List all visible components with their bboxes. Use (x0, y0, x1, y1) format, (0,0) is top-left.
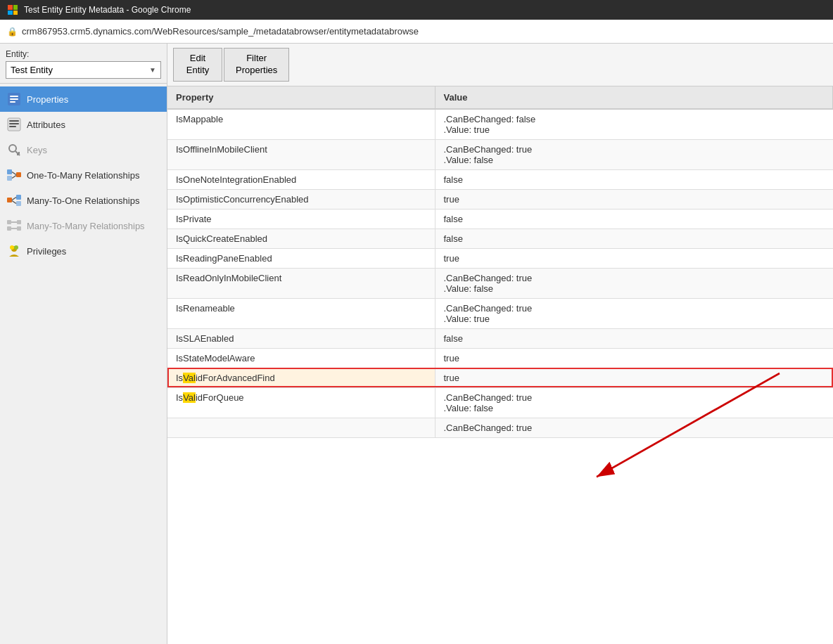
property-cell: IsOptimisticConcurrencyEnabled (167, 189, 435, 209)
toolbar: EditEntity FilterProperties (167, 44, 833, 86)
svg-line-20 (12, 198, 16, 200)
property-cell: IsPrivate (167, 209, 435, 228)
svg-rect-13 (7, 176, 12, 181)
nav-menu: Properties Attributes (0, 84, 167, 266)
svg-rect-7 (9, 126, 16, 127)
content-area: EditEntity FilterProperties Property Val… (167, 44, 833, 644)
title-bar: Test Entity Entity Metadata - Google Chr… (0, 0, 833, 20)
properties-label: Properties (27, 94, 68, 105)
svg-rect-17 (7, 198, 12, 202)
many-to-many-icon (7, 219, 21, 233)
dropdown-arrow: ▼ (149, 66, 156, 74)
svg-rect-2 (10, 98, 18, 100)
table-row: IsQuickCreateEnabledfalse (167, 228, 833, 248)
browser-title: Test Entity Entity Metadata - Google Chr… (24, 5, 191, 15)
table-row: IsOneNoteIntegrationEnabledfalse (167, 169, 833, 189)
one-to-many-icon (7, 168, 21, 182)
property-cell: IsValidForAdvancedFind (167, 368, 435, 387)
properties-icon (7, 92, 21, 106)
svg-rect-6 (9, 123, 19, 124)
svg-rect-18 (16, 195, 21, 200)
svg-point-29 (10, 245, 14, 250)
svg-rect-23 (7, 226, 11, 231)
edit-entity-button[interactable]: EditEntity (173, 48, 222, 82)
sidebar-item-privileges[interactable]: Privileges (0, 238, 167, 264)
entity-selector: Entity: Test Entity ▼ (0, 44, 167, 84)
value-cell: false (435, 169, 833, 189)
table-container: Property Value IsMappable.CanBeChanged: … (167, 86, 833, 644)
sidebar-item-attributes[interactable]: Attributes (0, 112, 167, 137)
value-cell: .CanBeChanged: true.Value: true (435, 298, 833, 328)
property-cell: IsStateModelAware (167, 348, 435, 368)
table-row: IsStateModelAwaretrue (167, 348, 833, 368)
col-value: Value (435, 86, 833, 109)
table-wrapper: Property Value IsMappable.CanBeChanged: … (167, 86, 833, 644)
filter-properties-button[interactable]: FilterProperties (224, 48, 289, 82)
property-cell: IsQuickCreateEnabled (167, 228, 435, 248)
sidebar-item-many-to-one[interactable]: Many-To-One Relationships (0, 188, 167, 213)
property-cell: IsSLAEnabled (167, 328, 435, 348)
one-to-many-label: One-To-Many Relationships (27, 170, 139, 181)
windows-icon (7, 4, 18, 15)
svg-rect-1 (10, 96, 18, 97)
table-row: IsValidForQueue.CanBeChanged: true.Value… (167, 387, 833, 418)
entity-label: Entity: (6, 49, 161, 59)
value-cell: false (435, 328, 833, 348)
properties-table: Property Value IsMappable.CanBeChanged: … (167, 86, 833, 438)
svg-point-30 (14, 245, 18, 250)
property-cell: IsMappable (167, 109, 435, 140)
sidebar-item-properties[interactable]: Properties (0, 86, 167, 112)
table-row: IsMappable.CanBeChanged: false.Value: tr… (167, 109, 833, 140)
many-to-one-icon (7, 193, 21, 207)
many-to-many-label: Many-To-Many Relationships (27, 221, 145, 231)
keys-icon (7, 143, 21, 157)
table-header-row: Property Value (167, 86, 833, 109)
svg-line-16 (12, 176, 16, 179)
value-cell: true (435, 189, 833, 209)
col-property: Property (167, 86, 435, 109)
attributes-icon (7, 117, 21, 131)
svg-line-15 (12, 172, 16, 175)
entity-dropdown[interactable]: Test Entity ▼ (6, 61, 161, 79)
property-cell: IsValidForQueue (167, 387, 435, 418)
table-row: IsOfflineInMobileClient.CanBeChanged: tr… (167, 139, 833, 169)
sidebar-item-one-to-many[interactable]: One-To-Many Relationships (0, 162, 167, 188)
property-cell: IsOneNoteIntegrationEnabled (167, 169, 435, 189)
address-text[interactable]: crm867953.crm5.dynamics.com/WebResources… (22, 26, 419, 37)
value-cell: false (435, 228, 833, 248)
value-cell: .CanBeChanged: true.Value: false (435, 268, 833, 298)
value-cell: .CanBeChanged: false.Value: true (435, 109, 833, 140)
svg-line-21 (12, 201, 16, 204)
svg-point-8 (9, 145, 16, 152)
lock-icon: 🔒 (7, 27, 18, 37)
address-bar: 🔒 crm867953.crm5.dynamics.com/WebResourc… (0, 20, 833, 44)
svg-rect-24 (17, 220, 21, 224)
value-cell: .CanBeChanged: true.Value: false (435, 387, 833, 418)
table-row: IsReadingPaneEnabledtrue (167, 248, 833, 268)
value-cell: .CanBeChanged: true (435, 418, 833, 437)
value-cell: true (435, 348, 833, 368)
svg-rect-14 (16, 172, 21, 177)
sidebar-item-keys: Keys (0, 137, 167, 162)
value-cell: true (435, 248, 833, 268)
value-cell: .CanBeChanged: true.Value: false (435, 139, 833, 169)
main-layout: Entity: Test Entity ▼ Properties (0, 44, 833, 644)
table-row: IsRenameable.CanBeChanged: true.Value: t… (167, 298, 833, 328)
svg-rect-22 (7, 220, 11, 224)
table-row: IsReadOnlyInMobileClient.CanBeChanged: t… (167, 268, 833, 298)
property-cell: IsRenameable (167, 298, 435, 328)
svg-rect-25 (17, 226, 21, 231)
attributes-label: Attributes (27, 120, 65, 130)
table-row: IsValidForAdvancedFindtrue (167, 368, 833, 387)
svg-rect-5 (9, 120, 19, 122)
sidebar-item-many-to-many: Many-To-Many Relationships (0, 213, 167, 238)
value-cell: true (435, 368, 833, 387)
keys-label: Keys (27, 145, 47, 155)
svg-rect-3 (10, 101, 15, 103)
entity-selected-value: Test Entity (11, 65, 53, 75)
property-cell (167, 418, 435, 437)
privileges-label: Privileges (27, 246, 66, 257)
property-cell: IsReadOnlyInMobileClient (167, 268, 435, 298)
table-row: IsSLAEnabledfalse (167, 328, 833, 348)
privileges-icon (7, 244, 21, 258)
